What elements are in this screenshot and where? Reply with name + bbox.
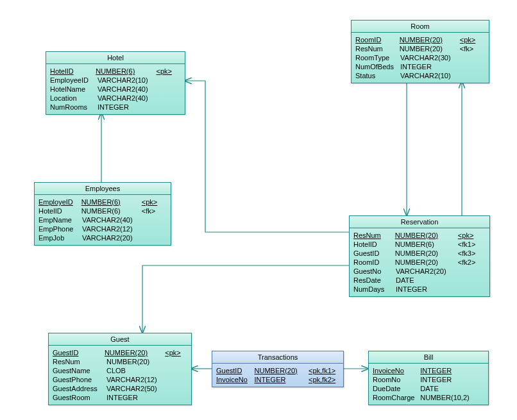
attribute-row: GuestPhoneVARCHAR2(12) bbox=[53, 375, 187, 384]
attribute-row: LocationVARCHAR2(40) bbox=[50, 94, 181, 103]
attr-key: <fk> bbox=[460, 44, 485, 53]
attribute-row: GuestAddressVARCHAR2(50) bbox=[53, 384, 187, 393]
entity-body: EmployeIDNUMBER(6)<pk>HotelIDNUMBER(6)<f… bbox=[35, 195, 171, 245]
entity-title: Room bbox=[352, 21, 489, 33]
attr-type: DATE bbox=[420, 384, 484, 393]
attr-name: RoomID bbox=[353, 258, 395, 267]
attr-type: INTEGER bbox=[97, 103, 160, 112]
attribute-row: GuestIDNUMBER(20)<fk3> bbox=[353, 249, 486, 258]
attribute-row: StatusVARCHAR2(10) bbox=[355, 71, 485, 80]
attribute-row: InvoiceNoINTEGER bbox=[373, 366, 484, 375]
attribute-row: GuestNoVARCHAR2(20) bbox=[353, 267, 486, 276]
attr-name: GuestName bbox=[53, 366, 106, 375]
attr-type: NUMBER(20) bbox=[105, 348, 165, 357]
attr-type: NUMBER(6) bbox=[96, 67, 156, 76]
attribute-row: EmpPhoneVARCHAR2(12) bbox=[38, 224, 167, 233]
entity-body: GuestIDNUMBER(20)<pk,fk1>InvoiceNoINTEGE… bbox=[212, 364, 343, 387]
attr-key: <pk> bbox=[165, 348, 187, 357]
attr-type: VARCHAR2(20) bbox=[396, 267, 460, 276]
attr-name: ResNum bbox=[355, 44, 400, 53]
attr-type: NUMBER(20) bbox=[395, 231, 458, 240]
attribute-row: GuestRoomINTEGER bbox=[53, 393, 187, 402]
attr-type: CLOB bbox=[106, 366, 169, 375]
attr-type: VARCHAR2(10) bbox=[400, 71, 462, 80]
attribute-row: HotelIDNUMBER(6)<fk1> bbox=[353, 240, 486, 249]
attr-name: HotelID bbox=[50, 67, 96, 76]
attr-type: NUMBER(20) bbox=[106, 357, 169, 366]
attr-name: GuestAddress bbox=[53, 384, 106, 393]
attr-type: NUMBER(6) bbox=[81, 206, 142, 215]
attribute-row: GuestIDNUMBER(20)<pk,fk1> bbox=[216, 366, 339, 375]
attr-type: NUMBER(10,2) bbox=[420, 393, 484, 402]
attr-type: VARCHAR2(12) bbox=[106, 375, 169, 384]
entity-body: HotelIDNUMBER(6)<pk>EmployeeIDVARCHAR2(1… bbox=[46, 64, 185, 114]
attribute-row: RoomTypeVARCHAR2(30) bbox=[355, 53, 485, 62]
attr-name: EmployeID bbox=[38, 197, 81, 206]
attr-type: NUMBER(20) bbox=[395, 258, 458, 267]
attr-key: <fk1> bbox=[458, 240, 486, 249]
attr-name: ResDate bbox=[353, 276, 396, 285]
attr-name: NumDays bbox=[353, 285, 396, 294]
attr-type: INTEGER bbox=[106, 393, 169, 402]
attr-key: <pk,fk2> bbox=[309, 375, 339, 384]
attribute-row: NumDaysINTEGER bbox=[353, 285, 486, 294]
attr-name: RoomType bbox=[355, 53, 400, 62]
entity-title: Reservation bbox=[350, 216, 489, 228]
attr-key: <fk3> bbox=[458, 249, 486, 258]
attr-key: <pk> bbox=[458, 231, 486, 240]
attr-name: GuestPhone bbox=[53, 375, 106, 384]
entity-title: Employees bbox=[35, 183, 171, 195]
entity-title: Hotel bbox=[46, 52, 185, 64]
attr-type: NUMBER(6) bbox=[395, 240, 458, 249]
attr-key: <pk,fk1> bbox=[309, 366, 339, 375]
attr-name: RoomID bbox=[355, 35, 400, 44]
entity-body: RoomIDNUMBER(20)<pk>ResNumNUMBER(20)<fk>… bbox=[352, 33, 489, 83]
attribute-row: GuestIDNUMBER(20)<pk> bbox=[53, 348, 187, 357]
attr-type: VARCHAR2(40) bbox=[97, 85, 160, 94]
attr-name: ResNum bbox=[53, 357, 106, 366]
attr-type: INTEGER bbox=[420, 375, 484, 384]
attribute-row: InvoiceNoINTEGER<pk,fk2> bbox=[216, 375, 339, 384]
entity-body: GuestIDNUMBER(20)<pk>ResNumNUMBER(20)Gue… bbox=[49, 346, 191, 405]
attr-type: INTEGER bbox=[396, 285, 460, 294]
attribute-row: HotelNameVARCHAR2(40) bbox=[50, 85, 181, 94]
entity-employees: EmployeesEmployeIDNUMBER(6)<pk>HotelIDNU… bbox=[34, 182, 171, 246]
attribute-row: RoomNoINTEGER bbox=[373, 375, 484, 384]
attr-type: VARCHAR2(50) bbox=[106, 384, 169, 393]
attr-name: GuestID bbox=[353, 249, 395, 258]
attr-name: GuestNo bbox=[353, 267, 396, 276]
attr-type: VARCHAR2(10) bbox=[97, 76, 160, 85]
entity-title: Guest bbox=[49, 333, 191, 346]
attr-name: EmployeeID bbox=[50, 76, 97, 85]
connector-reservation-to-hotel bbox=[185, 81, 349, 232]
attribute-row: ResNumNUMBER(20)<fk> bbox=[355, 44, 485, 53]
attr-name: HotelID bbox=[353, 240, 395, 249]
attribute-row: EmployeIDNUMBER(6)<pk> bbox=[38, 197, 167, 206]
attribute-row: ResNumNUMBER(20) bbox=[53, 357, 187, 366]
attr-type: INTEGER bbox=[255, 375, 309, 384]
attr-name: HotelID bbox=[38, 206, 81, 215]
entity-title: Bill bbox=[369, 351, 488, 364]
attr-name: DueDate bbox=[373, 384, 420, 393]
attribute-row: NumOfBedsINTEGER bbox=[355, 62, 485, 71]
attr-name: EmpPhone bbox=[38, 224, 82, 233]
entity-bill: BillInvoiceNoINTEGERRoomNoINTEGERDueDate… bbox=[368, 351, 489, 405]
attribute-row: HotelIDNUMBER(6)<fk> bbox=[38, 206, 167, 215]
entity-reservation: ReservationResNumNUMBER(20)<pk>HotelIDNU… bbox=[349, 215, 490, 297]
attr-key: <pk> bbox=[460, 35, 485, 44]
attr-key: <pk> bbox=[157, 67, 181, 76]
attribute-row: ResNumNUMBER(20)<pk> bbox=[353, 231, 486, 240]
attr-type: NUMBER(20) bbox=[400, 44, 460, 53]
attribute-row: ResDateDATE bbox=[353, 276, 486, 285]
entity-guest: GuestGuestIDNUMBER(20)<pk>ResNumNUMBER(2… bbox=[48, 333, 192, 405]
attr-name: NumOfBeds bbox=[355, 62, 400, 71]
attr-name: RoomCharge bbox=[373, 393, 420, 402]
attr-type: VARCHAR2(20) bbox=[82, 233, 144, 242]
attr-name: InvoiceNo bbox=[373, 366, 420, 375]
attr-type: NUMBER(20) bbox=[255, 366, 309, 375]
attr-name: Status bbox=[355, 71, 400, 80]
attr-name: RoomNo bbox=[373, 375, 420, 384]
entity-title: Transactions bbox=[212, 351, 343, 364]
attribute-row: GuestNameCLOB bbox=[53, 366, 187, 375]
attribute-row: NumRoomsINTEGER bbox=[50, 103, 181, 112]
